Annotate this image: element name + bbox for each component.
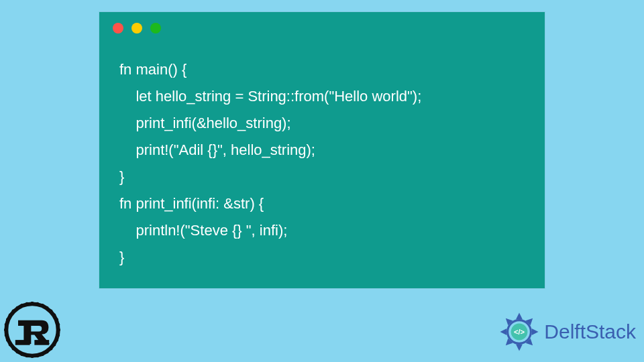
code-line: fn main() { bbox=[119, 61, 186, 78]
svg-point-17 bbox=[45, 350, 48, 353]
svg-text:</>: </> bbox=[514, 328, 525, 336]
svg-point-9 bbox=[52, 314, 56, 317]
svg-point-6 bbox=[41, 304, 44, 307]
svg-point-15 bbox=[52, 343, 56, 346]
svg-point-24 bbox=[12, 347, 15, 350]
svg-point-26 bbox=[6, 339, 9, 342]
svg-point-20 bbox=[30, 355, 34, 358]
svg-point-27 bbox=[5, 333, 8, 337]
delftstack-logo-icon: </> bbox=[498, 311, 540, 353]
code-block: fn main() { let hello_string = String::f… bbox=[119, 56, 531, 271]
svg-point-13 bbox=[56, 333, 60, 337]
svg-point-30 bbox=[6, 318, 9, 321]
svg-point-12 bbox=[57, 328, 60, 331]
svg-point-23 bbox=[16, 350, 19, 353]
svg-point-22 bbox=[20, 353, 23, 356]
code-line: print_infi(&hello_string); bbox=[119, 115, 291, 131]
svg-point-29 bbox=[5, 323, 8, 326]
svg-point-35 bbox=[25, 302, 29, 306]
svg-point-11 bbox=[56, 323, 60, 326]
svg-rect-3 bbox=[34, 340, 49, 345]
svg-point-8 bbox=[49, 310, 52, 313]
svg-point-18 bbox=[41, 353, 44, 356]
svg-point-4 bbox=[30, 302, 34, 305]
svg-point-19 bbox=[36, 354, 39, 357]
close-icon bbox=[113, 23, 123, 34]
svg-point-28 bbox=[4, 328, 7, 331]
window-traffic-lights bbox=[113, 23, 161, 34]
svg-point-14 bbox=[55, 339, 58, 342]
minimize-icon bbox=[131, 23, 142, 34]
code-line: fn print_infi(infi: &str) { bbox=[119, 195, 264, 212]
svg-point-25 bbox=[9, 343, 12, 346]
svg-rect-2 bbox=[15, 340, 30, 345]
svg-point-5 bbox=[36, 302, 39, 306]
code-line: println!("Steve {} ", infi); bbox=[119, 222, 287, 239]
svg-point-34 bbox=[20, 304, 23, 307]
svg-point-10 bbox=[55, 318, 58, 321]
code-line: let hello_string = String::from("Hello w… bbox=[119, 88, 421, 105]
svg-point-16 bbox=[49, 347, 52, 350]
maximize-icon bbox=[150, 23, 161, 34]
code-line: } bbox=[119, 249, 124, 265]
svg-point-21 bbox=[25, 354, 29, 357]
svg-point-7 bbox=[45, 306, 48, 310]
svg-point-32 bbox=[12, 310, 15, 313]
code-card: fn main() { let hello_string = String::f… bbox=[99, 12, 545, 288]
brand: </> DelftStack bbox=[498, 311, 636, 353]
code-line: } bbox=[119, 168, 124, 185]
svg-point-33 bbox=[16, 306, 19, 310]
brand-name: DelftStack bbox=[544, 320, 636, 343]
rust-logo-icon bbox=[4, 302, 60, 358]
svg-point-31 bbox=[9, 314, 12, 317]
code-line: print!("Adil {}", hello_string); bbox=[119, 141, 315, 158]
